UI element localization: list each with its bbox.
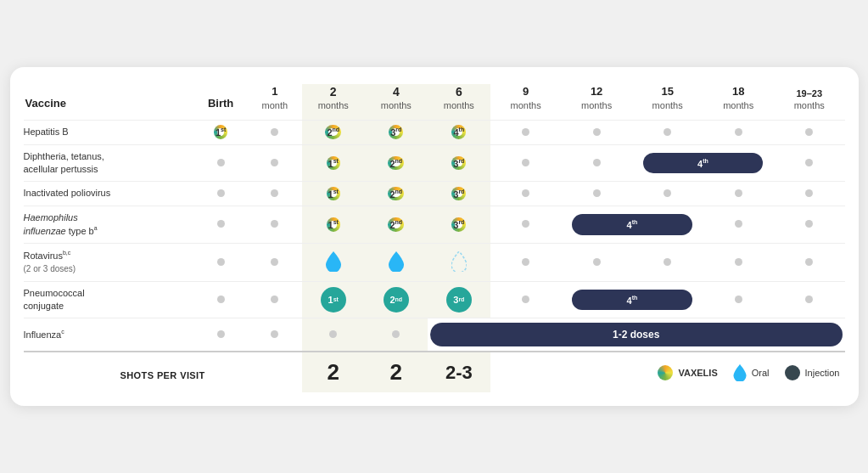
rota-4mo — [365, 244, 428, 281]
hib-2mo: 1st — [302, 206, 365, 243]
pcv-1mo — [248, 281, 302, 318]
rota-18mo — [703, 244, 774, 281]
hepb-6mo: 4th — [428, 121, 490, 144]
hepb-15mo — [632, 121, 703, 144]
rota-1mo — [248, 244, 302, 281]
vaxelis-label: VAXELIS — [678, 368, 717, 378]
dtap-9mo — [490, 144, 562, 182]
col-1923mo: 19–23 months — [774, 84, 845, 121]
dtap-1mo — [248, 144, 302, 182]
hib-1923mo — [774, 206, 845, 243]
flu-1mo — [248, 318, 302, 352]
pcv-2mo: 1st — [302, 281, 365, 318]
flu-4mo — [365, 318, 428, 352]
hib-9mo — [490, 206, 562, 243]
hepb-row: Hepatitis B 1st 2nd — [24, 121, 845, 144]
ipv-row: Inactivated poliovirus 1st 2nd — [24, 182, 845, 206]
shots-6mo: 2-3 — [428, 352, 490, 392]
legend-vaxelis: VAXELIS — [658, 365, 717, 380]
dtap-12mo — [561, 144, 632, 182]
pcv-1923mo — [774, 281, 845, 318]
flu-row: Influenzac 1-2 doses — [24, 318, 845, 352]
oral-drop-icon-1 — [326, 251, 341, 272]
ipv-12mo — [561, 182, 632, 206]
pcv-18mo — [703, 281, 774, 318]
hepb-1923mo — [774, 121, 845, 144]
legend-area: VAXELIS Oral Injection — [490, 352, 845, 392]
col-6mo: 6 months — [428, 84, 490, 121]
legend-oral: Oral — [733, 364, 770, 381]
vaccine-table: Vaccine Birth 1 month 2 months 4 months — [24, 84, 845, 393]
rota-12mo — [561, 244, 632, 281]
vaxelis-legend-icon — [658, 365, 673, 380]
dtap-2mo: 1st — [302, 144, 365, 182]
vaccine-schedule-card: Vaccine Birth 1 month 2 months 4 months — [10, 67, 859, 407]
hepb-9mo — [490, 121, 562, 144]
pcv-9mo — [490, 281, 562, 318]
ipv-birth — [193, 182, 247, 206]
flu-birth — [193, 318, 247, 352]
hepb-birth: 1st — [193, 121, 247, 144]
oral-drop-icon-2 — [389, 251, 404, 272]
ipv-1923mo — [774, 182, 845, 206]
col-1mo: 1 month — [248, 84, 302, 121]
hib-6mo: 3rd — [428, 206, 490, 243]
pcv-row: Pneumococcalconjugate 1st 2nd 3rd 4th — [24, 281, 845, 318]
flu-2mo — [302, 318, 365, 352]
pcv-6mo: 3rd — [428, 281, 490, 318]
pcv-12-15mo: 4th — [561, 281, 703, 318]
ipv-4mo: 2nd — [365, 182, 428, 206]
shots-label: SHOTS PER VISIT — [24, 352, 302, 392]
hib-1mo — [248, 206, 302, 243]
col-9mo: 9 months — [490, 84, 562, 121]
col-birth: Birth — [193, 84, 247, 121]
dtap-1923mo — [774, 144, 845, 182]
ipv-2mo: 1st — [302, 182, 365, 206]
hib-name: Haemophilusinfluenzae type ba — [24, 206, 194, 243]
dtap-4th-badge: 4th — [643, 153, 764, 174]
col-12mo: 12 months — [561, 84, 632, 121]
vaccine-header: Vaccine — [24, 84, 194, 121]
pcv-birth — [193, 281, 247, 318]
pcv-4th-badge: 4th — [572, 290, 692, 311]
ipv-9mo — [490, 182, 562, 206]
rota-2mo — [302, 244, 365, 281]
ipv-name: Inactivated poliovirus — [24, 182, 194, 206]
rota-row: Rotavirusb,c(2 or 3 doses) — [24, 244, 845, 281]
oral-drop-icon-3-dashed — [451, 251, 467, 272]
flu-6mo-onwards: 1-2 doses — [428, 318, 845, 352]
hepb-12mo — [561, 121, 632, 144]
oral-label: Oral — [752, 368, 770, 378]
rota-9mo — [490, 244, 562, 281]
hib-row: Haemophilusinfluenzae type ba 1st 2nd — [24, 206, 845, 243]
dtap-name: Diphtheria, tetanus,acellular pertussis — [24, 144, 194, 182]
hepb-name: Hepatitis B — [24, 121, 194, 144]
hib-18mo — [703, 206, 774, 243]
pcv-4mo: 2nd — [365, 281, 428, 318]
ipv-1mo — [248, 182, 302, 206]
flu-name: Influenzac — [24, 318, 194, 352]
rota-15mo — [632, 244, 703, 281]
hib-4mo: 2nd — [365, 206, 428, 243]
pcv-name: Pneumococcalconjugate — [24, 281, 194, 318]
hepb-1mo — [248, 121, 302, 144]
ipv-18mo — [703, 182, 774, 206]
dtap-4mo: 2nd — [365, 144, 428, 182]
hepb-2mo: 2nd — [302, 121, 365, 144]
pcv-1st-badge: 1st — [321, 287, 346, 313]
ipv-15mo — [632, 182, 703, 206]
dtap-15-18mo: 4th — [632, 144, 774, 182]
hib-birth — [193, 206, 247, 243]
rota-6mo — [428, 244, 490, 281]
shots-row: SHOTS PER VISIT 2 2 2-3 VAXELIS — [24, 352, 845, 392]
flu-wide-badge: 1-2 doses — [430, 323, 843, 346]
pcv-3rd-badge: 3rd — [446, 287, 472, 313]
shots-4mo: 2 — [365, 352, 428, 392]
injection-legend-icon — [785, 365, 800, 380]
injection-label: Injection — [805, 368, 840, 378]
oral-legend-icon — [733, 364, 747, 381]
col-18mo: 18 months — [703, 84, 774, 121]
dtap-row: Diphtheria, tetanus,acellular pertussis … — [24, 144, 845, 182]
shots-2mo: 2 — [302, 352, 365, 392]
hib-12-15mo: 4th — [561, 206, 703, 243]
